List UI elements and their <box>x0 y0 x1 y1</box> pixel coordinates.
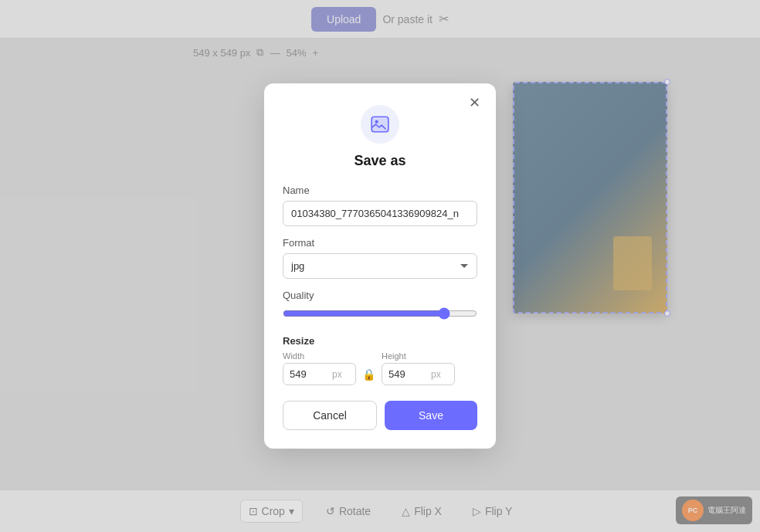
lock-icon[interactable]: 🔒 <box>362 368 375 381</box>
height-label: Height <box>382 351 455 361</box>
quality-slider[interactable] <box>283 307 477 320</box>
height-input-wrapper: px <box>382 363 455 385</box>
quality-section: Quality <box>283 290 477 323</box>
save-as-dialog: ✕ Save as Name Format jpg png webp gif <box>264 83 496 449</box>
format-label: Format <box>283 237 477 249</box>
save-button[interactable]: Save <box>385 401 477 430</box>
name-label: Name <box>283 185 477 196</box>
image-icon <box>370 114 390 134</box>
svg-rect-0 <box>372 117 388 132</box>
cancel-button[interactable]: Cancel <box>283 401 377 430</box>
modal-overlay: ✕ Save as Name Format jpg png webp gif <box>0 0 760 532</box>
dialog-actions: Cancel Save <box>283 401 477 430</box>
width-label: Width <box>283 351 356 361</box>
name-input[interactable] <box>283 201 477 226</box>
dialog-title: Save as <box>283 153 477 169</box>
quality-label: Quality <box>283 290 477 301</box>
width-field: Width px <box>283 351 356 385</box>
height-unit: px <box>431 369 441 380</box>
format-field-group: Format jpg png webp gif <box>283 237 477 279</box>
width-input[interactable] <box>290 368 332 380</box>
resize-row: Width px 🔒 Height px <box>283 351 477 385</box>
name-field-group: Name <box>283 185 477 226</box>
width-unit: px <box>332 369 342 380</box>
width-input-wrapper: px <box>283 363 356 385</box>
dialog-icon <box>361 105 399 144</box>
height-input[interactable] <box>388 368 431 380</box>
svg-point-2 <box>375 120 378 124</box>
resize-title: Resize <box>283 335 477 347</box>
dialog-close-button[interactable]: ✕ <box>464 94 485 111</box>
height-field: Height px <box>382 351 455 385</box>
format-select[interactable]: jpg png webp gif <box>283 253 477 279</box>
resize-section: Resize Width px 🔒 Height px <box>283 335 477 385</box>
